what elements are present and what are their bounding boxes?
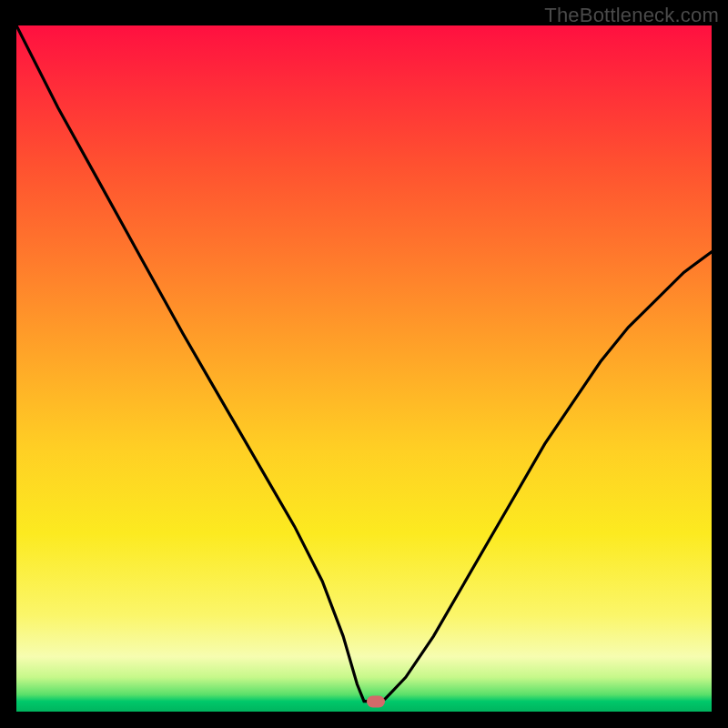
curve-path — [16, 25, 712, 702]
bottleneck-curve — [16, 25, 712, 712]
watermark-text: TheBottleneck.com — [544, 4, 719, 27]
minimum-marker — [367, 695, 385, 707]
chart-frame: TheBottleneck.com — [0, 0, 728, 728]
plot-area — [16, 25, 712, 712]
